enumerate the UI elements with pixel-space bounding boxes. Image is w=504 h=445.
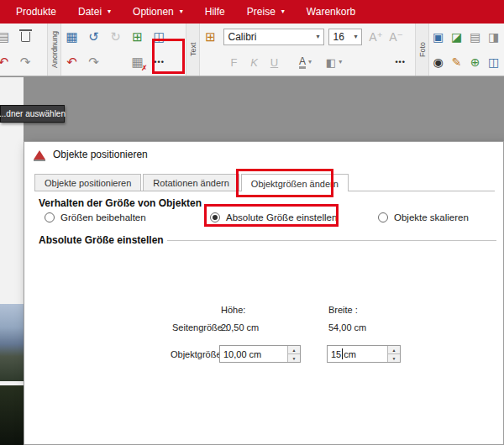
font-larger-button[interactable]: A⁺ [366,27,386,47]
menu-hilfe[interactable]: Hilfe [194,0,236,24]
rotate-left-icon[interactable]: ↺ [83,26,105,48]
trash-glyph [21,32,30,42]
page-height-value: 20,50 cm [221,322,259,332]
font-smaller-button[interactable]: A⁻ [386,27,407,47]
more-options-button[interactable]: ••• [149,51,171,73]
photo-icon[interactable]: ◉ [429,52,448,72]
size-group-heading: Absolute Größe einstellen [39,234,164,246]
menu-warenkorb[interactable]: Warenkorb [296,0,366,24]
insert-textfield-icon[interactable]: ⊞ [200,26,222,48]
menu-produkte-label: Produkte [16,6,56,18]
spin-down-button[interactable]: ▼ [388,354,400,362]
size-group-divider [167,240,496,241]
toolbar-section-foto: Foto [415,24,429,76]
font-color-icon: A [299,56,306,69]
radio-groessen-beibehalten[interactable]: Größen beibehalten [45,212,146,222]
layers-icon[interactable]: ◫ [149,26,171,48]
toolbar: ▤ ↶ ↷ Anordnung ▦ ↺ ↻ ⊞ ◫ ↶ ↷ ▦✗ ••• [0,24,504,76]
chevron-down-icon: ▾ [339,59,342,65]
more-dots-icon: ••• [395,58,405,66]
photo-filmstrip [0,77,24,445]
object-height-input[interactable]: 10,00 cm ▲ ▼ [219,345,301,363]
dialog-title: Objekte positionieren [53,149,148,160]
object-width-input[interactable]: 15 cm ▲ ▼ [327,345,401,363]
dialog-titlebar: Objekte positionieren [24,142,503,167]
toolbar-group-foto: ▣ ◪ ▤ ◨ ◉ ✎ ⊕ ◫ [429,24,504,76]
menu-datei[interactable]: Datei▾ [67,0,122,24]
undo-icon[interactable]: ↶ [0,51,14,73]
add-person-icon[interactable]: ⊕ [466,52,485,72]
dialog-objekte-positionieren: Objekte positionieren Objekte positionie… [24,141,504,445]
font-size-select[interactable]: 16 ▾ [328,29,362,45]
toolbar-group-edit: ▤ ↶ ↷ [0,24,47,76]
collage-icon[interactable]: ◫ [485,52,503,72]
object-width-unit: cm [344,349,356,359]
menu-optionen[interactable]: Optionen▾ [122,0,194,24]
menu-datei-label: Datei [78,6,102,18]
clipboard-icon[interactable]: ▤ [0,26,14,48]
more-dots-icon: ••• [154,58,164,66]
app-window: Produkte Datei▾ Optionen▾ Hilfe Preise▾ … [0,0,504,445]
font-color-button[interactable]: A▾ [291,52,320,72]
trash-icon[interactable] [14,26,36,48]
chevron-down-icon: ▾ [308,59,312,65]
spin-up-button[interactable]: ▲ [288,346,300,354]
toolbar-group-text: ⊞ Calibri ▾ 16 ▾ A⁺ A⁻ F K U A▾ ◧▾ ••• [200,24,415,76]
underline-button[interactable]: U [265,52,285,72]
menu-warenkorb-label: Warenkorb [307,6,355,18]
height-column-label: Höhe: [221,305,245,315]
delete-x-icon: ✗ [141,64,148,72]
chevron-down-icon: ▾ [108,8,111,15]
fill-color-button[interactable]: ◧▾ [320,52,349,72]
select-folder-button[interactable]: ...dner auswählen [0,105,65,123]
spin-down-button[interactable]: ▼ [288,354,300,362]
image-export-icon[interactable]: ◪ [448,27,466,47]
menu-produkte[interactable]: Produkte [5,0,67,24]
chevron-down-icon: ▾ [281,8,285,15]
frame-icon[interactable]: ▤ [466,27,485,47]
spinner: ▲ ▼ [287,346,300,362]
toolbar-spacer [105,51,127,73]
rotate-right-icon[interactable]: ↻ [105,26,127,48]
radio-label: Größen beibehalten [60,212,146,222]
insert-image-icon[interactable]: ▣ [429,27,448,47]
font-size-value: 16 [333,31,344,43]
tab-rotationen-aendern[interactable]: Rotationen ändern [143,174,239,191]
toolbar-section-anordnung: Anordnung [47,24,61,76]
page-width-value: 54,00 cm [328,322,366,332]
object-height-value: 10,00 cm [223,349,261,359]
redo-arrange-icon[interactable]: ↷ [83,51,105,73]
bold-button[interactable]: F [224,52,244,72]
page-size-label: Seitengröße : [172,322,228,332]
radio-circle [378,212,388,222]
toolbar-group-anordnung: ▦ ↺ ↻ ⊞ ◫ ↶ ↷ ▦✗ ••• [61,24,182,76]
menu-preise-label: Preise [247,6,276,18]
undo-arrange-icon[interactable]: ↶ [61,51,83,73]
photo-thumbnail[interactable] [0,304,24,381]
mask-icon[interactable]: ◨ [485,27,503,47]
delete-table-icon[interactable]: ▦✗ [127,51,149,73]
radio-objekte-skalieren[interactable]: Objekte skalieren [378,212,469,222]
object-width-value: 15 [331,349,341,359]
italic-button[interactable]: K [244,52,265,72]
grid-icon[interactable]: ▦ [61,26,83,48]
radio-circle-selected [210,212,220,222]
redo-icon[interactable]: ↷ [14,51,36,73]
spin-up-button[interactable]: ▲ [388,346,400,354]
photo-thumbnail[interactable] [0,385,24,445]
tab-objekte-positionieren[interactable]: Objekte positionieren [34,174,141,191]
chevron-down-icon: ▾ [317,34,320,40]
radio-label: Objekte skalieren [394,212,469,222]
chevron-down-icon: ▾ [354,34,358,40]
toolbar-gap [182,24,186,76]
menu-preise[interactable]: Preise▾ [236,0,296,24]
menu-optionen-label: Optionen [133,6,174,18]
duplicate-icon[interactable]: ⊞ [127,26,149,48]
radio-absolute-groesse-einstellen[interactable]: Absolute Größe einstellen [210,212,337,222]
edit-pencil-icon[interactable]: ✎ [448,52,466,72]
font-family-value: Calibri [228,31,257,43]
text-more-options-button[interactable]: ••• [390,51,412,73]
font-family-select[interactable]: Calibri ▾ [223,29,324,45]
tab-objektgroessen-aendern[interactable]: Objektgrößen ändern [241,174,349,191]
fill-color-icon: ◧ [326,56,336,69]
